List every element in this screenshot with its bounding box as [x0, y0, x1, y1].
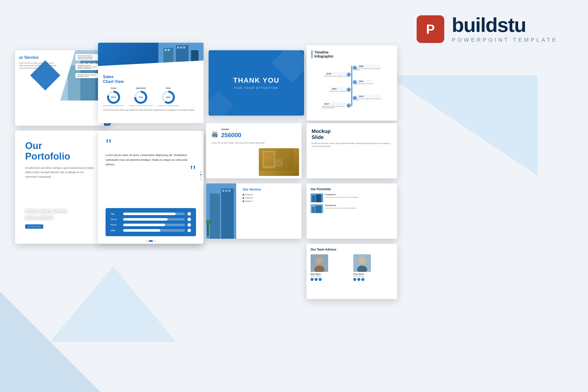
slide-service[interactable]: ur Service Lorem ad minim veniam, quis n… — [15, 50, 111, 126]
thankyou-content: THANK YOU FOR YOUR ATTENTION — [233, 77, 279, 89]
count-content: 🖨️ Count 256000 Ut wisi enim ad minim ve… — [206, 123, 302, 150]
tl-content-2018: 2018 Nullam neque turpis, sodales a lore… — [324, 72, 347, 77]
service-bubbles: Praesent nulla mauris, maximus non metus… — [75, 54, 98, 78]
portfolio-desc: Ut wisi enim ad minim veniam, quis nostr… — [25, 166, 95, 179]
svg-rect-33 — [221, 188, 234, 239]
service-content: ur Service Lorem ad minim veniam, quis n… — [15, 50, 60, 126]
count-label-group: Count 256000 — [221, 128, 241, 140]
member-photo-2 — [353, 254, 371, 272]
slide-thankyou[interactable]: THANK YOU FOR YOUR ATTENTION — [209, 50, 304, 116]
count-header: 🖨️ Count 256000 — [211, 128, 297, 140]
service-bubble-1: Praesent nulla mauris, maximus non metus… — [75, 54, 98, 61]
slide-count[interactable]: 🖨️ Count 256000 Ut wisi enim ad minim ve… — [206, 123, 302, 178]
tl-dot-2020 — [353, 66, 356, 69]
bar-fill-app — [123, 213, 176, 215]
bar-row-social: Social — [111, 218, 191, 221]
circle-chart-home: 80% — [107, 91, 120, 104]
powerpoint-icon: P — [417, 15, 444, 43]
sales-title: Sales Chart View — [103, 74, 199, 84]
bar-label-web: Web — [111, 229, 121, 232]
sales-top-image — [98, 43, 204, 70]
timeline-visual: 2020 Etisicle enim ullamcorper at malesu… — [312, 63, 392, 109]
bar-dot-social — [187, 218, 191, 221]
tl-content-2020: 2020 Etisicle enim ullamcorper at malesu… — [356, 65, 381, 71]
tl-content-2019: 2019 Lorem nisl at congue laoreet tincid… — [356, 95, 381, 101]
svg-rect-8 — [163, 48, 173, 70]
brand-text-group: buildstu POWERPOINT TEMPLATE — [452, 15, 558, 43]
count-desc: Ut wisi enim ad minim veniam, quis nostr… — [211, 142, 297, 144]
service2-item-a: Service A — [243, 194, 298, 195]
tl-item-2018: 2018 Nullam neque turpis, sodales a lore… — [324, 72, 350, 77]
tl-content-2016: 2016 Pellentesque eu scelerisque. — [329, 87, 347, 92]
slide-sales[interactable]: Sales Chart View Home 80% Pellentesque a… — [98, 43, 204, 123]
tl-item-2021: 2021 Adipisci ante atum tincidunt. — [353, 80, 373, 84]
svg-rect-15 — [183, 46, 185, 48]
svg-point-49 — [359, 257, 366, 264]
member-social-2: f t in — [353, 278, 393, 281]
tl-content-2017: 2017 Pellentesque facilisis mauris tinci… — [322, 102, 347, 109]
member-title-2: Senior Advisor — [353, 275, 393, 277]
vnav-dot-1 — [200, 172, 202, 173]
bullet-b — [243, 197, 244, 199]
service-bubble-2: Vestibulum et tortor. Quisque egestas ur… — [75, 64, 98, 70]
tl-dot-2018 — [347, 73, 350, 76]
slide-team[interactable]: Our Team Advisor Neal Wyan Senior Adviso… — [307, 244, 397, 299]
slide-quote[interactable]: " Lorem ipsum dolor sit amet, consectetu… — [98, 131, 204, 244]
svg-rect-40 — [312, 195, 316, 202]
tl-content-2021: 2021 Adipisci ante atum tincidunt. — [356, 80, 373, 84]
portfolio2-content: Our Portofolio Portofolio A Ut wisi enim… — [307, 183, 397, 219]
portfolio2-thumb-b — [311, 204, 323, 213]
portfolio-building-title: HIGH BUILDING BUSINESS PRESENTATION TEMP… — [25, 207, 67, 229]
social-icon-in-2[interactable]: in — [361, 278, 364, 281]
bar-dot-app — [187, 212, 191, 216]
vnav-dot-3 — [200, 177, 202, 178]
count-icon: 🖨️ — [211, 130, 219, 137]
bar-row-web: Web — [111, 229, 191, 232]
team-content: Our Team Advisor Neal Wyan Senior Adviso… — [307, 244, 397, 285]
svg-rect-34 — [222, 190, 224, 192]
portfolio2-item-b-text: Portofolio B Lorem ipsum dolor sit amet … — [325, 204, 356, 209]
team-title: Our Team Advisor — [311, 248, 393, 251]
bar-fill-social — [123, 218, 168, 221]
bar-label-social: Social — [111, 218, 121, 221]
tl-dot-2021 — [353, 81, 356, 84]
service2-item-c: Service C — [243, 200, 298, 202]
member-name-1: Neal Wyan — [311, 273, 350, 275]
slide-portfolio2[interactable]: Our Portofolio Portofolio A Ut wisi enim… — [307, 183, 397, 239]
chart-columns: Home 80% Pellentesque at, tincidunt puru… — [103, 87, 199, 106]
svg-rect-10 — [191, 50, 199, 70]
thankyou-shape2 — [209, 90, 234, 116]
slides-container: ur Service Lorem ad minim veniam, quis n… — [0, 0, 588, 392]
circle-chart-hook: 60% — [162, 91, 175, 104]
mockup-desc: Ut wisi enim ad minim veniam, quis nostr… — [312, 142, 392, 148]
slide-timeline[interactable]: Timeline Infographic 2020 Etisicle enim … — [307, 45, 397, 121]
svg-rect-43 — [312, 207, 315, 213]
slide-mockup[interactable]: Mockup Slide Ut wisi enim ad minim venia… — [307, 123, 397, 178]
social-icon-fb-2[interactable]: f — [353, 278, 356, 281]
tl-item-2019: 2019 Lorem nisl at congue laoreet tincid… — [353, 95, 381, 101]
service-bubble-3: Phasellus tincidunt nulla eu elit varius… — [75, 73, 98, 78]
portfolio-date: 20 JUNE 2020 — [25, 224, 43, 229]
social-icon-fb-1[interactable]: f — [311, 278, 314, 281]
vnav-dot-4 — [200, 179, 202, 180]
social-icon-in-1[interactable]: in — [319, 278, 322, 281]
bullet-a — [243, 194, 244, 195]
circle-chart-apartment: 75% — [134, 91, 147, 104]
count-label: Count — [221, 128, 241, 131]
count-value: 256000 — [221, 132, 241, 139]
quote-close: " — [106, 167, 196, 174]
scroll-dot-1 — [146, 240, 148, 242]
social-icon-tw-1[interactable]: t — [315, 278, 318, 281]
brand-name: buildstu — [452, 15, 558, 35]
scroll-dot-2 — [149, 240, 153, 242]
svg-rect-44 — [315, 206, 322, 213]
tl-dot-2016 — [347, 88, 350, 91]
tl-item-2020: 2020 Etisicle enim ullamcorper at malesu… — [353, 65, 381, 71]
slide-service2[interactable]: Our Service Service A Service B Service … — [206, 183, 302, 239]
bar-track-social — [123, 218, 185, 221]
col-desc-apartment: Praesent convallis Lorem non risus — [129, 105, 153, 106]
timeline-title: Timeline Infographic — [312, 50, 392, 58]
social-icon-tw-2[interactable]: t — [357, 278, 360, 281]
bar-track-app — [123, 213, 185, 215]
bar-row-photo: Photo — [111, 223, 191, 227]
